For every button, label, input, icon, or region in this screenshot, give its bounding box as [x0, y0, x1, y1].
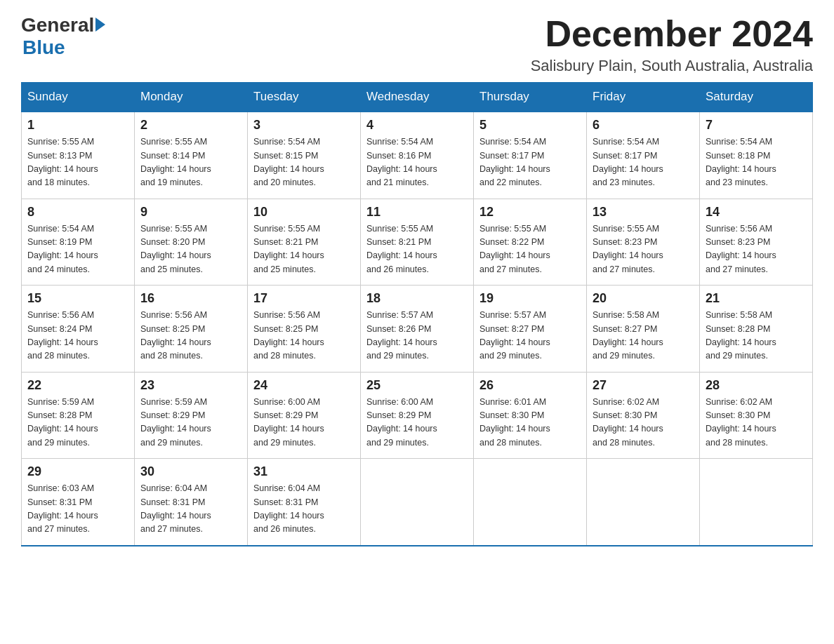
day-info: Sunrise: 6:00 AMSunset: 8:29 PMDaylight:… [366, 396, 468, 450]
calendar-cell: 28Sunrise: 6:02 AMSunset: 8:30 PMDayligh… [700, 372, 813, 459]
day-info: Sunrise: 5:58 AMSunset: 8:27 PMDaylight:… [593, 309, 694, 363]
calendar-cell: 3Sunrise: 5:54 AMSunset: 8:15 PMDaylight… [248, 112, 361, 199]
header-friday: Friday [587, 83, 700, 112]
day-number: 4 [366, 118, 468, 133]
calendar-week-row: 8Sunrise: 5:54 AMSunset: 8:19 PMDaylight… [22, 199, 813, 286]
calendar-cell: 14Sunrise: 5:56 AMSunset: 8:23 PMDayligh… [700, 199, 813, 286]
title-area: December 2024 Salisbury Plain, South Aus… [531, 14, 813, 75]
calendar-week-row: 29Sunrise: 6:03 AMSunset: 8:31 PMDayligh… [22, 459, 813, 546]
logo-arrow-icon [95, 18, 105, 32]
calendar-cell: 21Sunrise: 5:58 AMSunset: 8:28 PMDayligh… [700, 286, 813, 373]
calendar-cell: 2Sunrise: 5:55 AMSunset: 8:14 PMDaylight… [135, 112, 248, 199]
day-info: Sunrise: 5:54 AMSunset: 8:17 PMDaylight:… [479, 135, 581, 190]
day-info: Sunrise: 5:58 AMSunset: 8:28 PMDaylight:… [706, 309, 807, 363]
day-info: Sunrise: 5:59 AMSunset: 8:29 PMDaylight:… [140, 396, 241, 450]
day-info: Sunrise: 5:56 AMSunset: 8:25 PMDaylight:… [253, 309, 355, 363]
day-info: Sunrise: 5:54 AMSunset: 8:18 PMDaylight:… [706, 135, 807, 190]
calendar-week-row: 1Sunrise: 5:55 AMSunset: 8:13 PMDaylight… [22, 112, 813, 199]
day-number: 11 [366, 205, 468, 220]
day-number: 16 [140, 291, 241, 306]
calendar-cell: 7Sunrise: 5:54 AMSunset: 8:18 PMDaylight… [700, 112, 813, 199]
day-number: 17 [253, 291, 355, 306]
day-info: Sunrise: 5:54 AMSunset: 8:17 PMDaylight:… [593, 135, 694, 190]
calendar-cell: 26Sunrise: 6:01 AMSunset: 8:30 PMDayligh… [474, 372, 587, 459]
day-number: 24 [253, 378, 355, 393]
day-number: 26 [479, 378, 581, 393]
calendar-cell: 1Sunrise: 5:55 AMSunset: 8:13 PMDaylight… [22, 112, 135, 199]
month-title: December 2024 [531, 14, 813, 54]
calendar-cell: 9Sunrise: 5:55 AMSunset: 8:20 PMDaylight… [135, 199, 248, 286]
header-monday: Monday [135, 83, 248, 112]
day-number: 29 [27, 464, 128, 479]
day-number: 5 [479, 118, 581, 133]
calendar-cell: 8Sunrise: 5:54 AMSunset: 8:19 PMDaylight… [22, 199, 135, 286]
calendar-cell: 25Sunrise: 6:00 AMSunset: 8:29 PMDayligh… [361, 372, 474, 459]
day-info: Sunrise: 5:54 AMSunset: 8:16 PMDaylight:… [366, 135, 468, 190]
calendar-cell: 5Sunrise: 5:54 AMSunset: 8:17 PMDaylight… [474, 112, 587, 199]
day-number: 28 [706, 378, 807, 393]
calendar-cell: 19Sunrise: 5:57 AMSunset: 8:27 PMDayligh… [474, 286, 587, 373]
day-info: Sunrise: 5:54 AMSunset: 8:19 PMDaylight:… [27, 222, 128, 277]
day-number: 30 [140, 464, 241, 479]
calendar-cell: 18Sunrise: 5:57 AMSunset: 8:26 PMDayligh… [361, 286, 474, 373]
header-sunday: Sunday [22, 83, 135, 112]
day-info: Sunrise: 5:55 AMSunset: 8:22 PMDaylight:… [479, 222, 581, 277]
days-header-row: SundayMondayTuesdayWednesdayThursdayFrid… [22, 83, 813, 112]
day-info: Sunrise: 5:59 AMSunset: 8:28 PMDaylight:… [27, 396, 128, 450]
day-info: Sunrise: 5:55 AMSunset: 8:14 PMDaylight:… [140, 135, 241, 190]
day-info: Sunrise: 5:55 AMSunset: 8:21 PMDaylight:… [253, 222, 355, 277]
calendar-cell: 15Sunrise: 5:56 AMSunset: 8:24 PMDayligh… [22, 286, 135, 373]
day-number: 6 [593, 118, 694, 133]
calendar-cell: 11Sunrise: 5:55 AMSunset: 8:21 PMDayligh… [361, 199, 474, 286]
page-header: General Blue December 2024 Salisbury Pla… [21, 14, 813, 75]
calendar-cell: 6Sunrise: 5:54 AMSunset: 8:17 PMDaylight… [587, 112, 700, 199]
day-info: Sunrise: 6:00 AMSunset: 8:29 PMDaylight:… [253, 396, 355, 450]
calendar-cell: 17Sunrise: 5:56 AMSunset: 8:25 PMDayligh… [248, 286, 361, 373]
day-info: Sunrise: 5:56 AMSunset: 8:25 PMDaylight:… [140, 309, 241, 363]
calendar-cell: 10Sunrise: 5:55 AMSunset: 8:21 PMDayligh… [248, 199, 361, 286]
day-number: 8 [27, 205, 128, 220]
day-number: 21 [706, 291, 807, 306]
calendar-cell: 12Sunrise: 5:55 AMSunset: 8:22 PMDayligh… [474, 199, 587, 286]
calendar-table: SundayMondayTuesdayWednesdayThursdayFrid… [21, 82, 813, 546]
day-number: 10 [253, 205, 355, 220]
calendar-cell: 30Sunrise: 6:04 AMSunset: 8:31 PMDayligh… [135, 459, 248, 546]
day-number: 25 [366, 378, 468, 393]
logo-blue-text: Blue [22, 36, 105, 59]
calendar-cell: 31Sunrise: 6:04 AMSunset: 8:31 PMDayligh… [248, 459, 361, 546]
day-info: Sunrise: 6:01 AMSunset: 8:30 PMDaylight:… [479, 396, 581, 450]
calendar-cell: 13Sunrise: 5:55 AMSunset: 8:23 PMDayligh… [587, 199, 700, 286]
calendar-cell: 22Sunrise: 5:59 AMSunset: 8:28 PMDayligh… [22, 372, 135, 459]
location-title: Salisbury Plain, South Australia, Austra… [531, 57, 813, 75]
day-info: Sunrise: 5:57 AMSunset: 8:26 PMDaylight:… [366, 309, 468, 363]
logo-general-text: General [21, 14, 94, 36]
calendar-cell [474, 459, 587, 546]
day-number: 31 [253, 464, 355, 479]
day-number: 22 [27, 378, 128, 393]
day-info: Sunrise: 5:56 AMSunset: 8:24 PMDaylight:… [27, 309, 128, 363]
day-number: 13 [593, 205, 694, 220]
day-number: 14 [706, 205, 807, 220]
day-number: 27 [593, 378, 694, 393]
header-tuesday: Tuesday [248, 83, 361, 112]
day-number: 1 [27, 118, 128, 133]
day-number: 23 [140, 378, 241, 393]
day-info: Sunrise: 6:03 AMSunset: 8:31 PMDaylight:… [27, 482, 128, 537]
day-info: Sunrise: 5:55 AMSunset: 8:23 PMDaylight:… [593, 222, 694, 277]
logo: General Blue [21, 14, 105, 59]
day-number: 15 [27, 291, 128, 306]
day-number: 19 [479, 291, 581, 306]
header-wednesday: Wednesday [361, 83, 474, 112]
calendar-cell: 20Sunrise: 5:58 AMSunset: 8:27 PMDayligh… [587, 286, 700, 373]
calendar-cell: 16Sunrise: 5:56 AMSunset: 8:25 PMDayligh… [135, 286, 248, 373]
calendar-cell: 27Sunrise: 6:02 AMSunset: 8:30 PMDayligh… [587, 372, 700, 459]
day-info: Sunrise: 6:02 AMSunset: 8:30 PMDaylight:… [593, 396, 694, 450]
header-thursday: Thursday [474, 83, 587, 112]
day-number: 2 [140, 118, 241, 133]
day-info: Sunrise: 5:55 AMSunset: 8:20 PMDaylight:… [140, 222, 241, 277]
calendar-cell: 24Sunrise: 6:00 AMSunset: 8:29 PMDayligh… [248, 372, 361, 459]
day-info: Sunrise: 6:04 AMSunset: 8:31 PMDaylight:… [140, 482, 241, 537]
calendar-cell: 29Sunrise: 6:03 AMSunset: 8:31 PMDayligh… [22, 459, 135, 546]
day-info: Sunrise: 5:55 AMSunset: 8:13 PMDaylight:… [27, 135, 128, 190]
day-number: 7 [706, 118, 807, 133]
